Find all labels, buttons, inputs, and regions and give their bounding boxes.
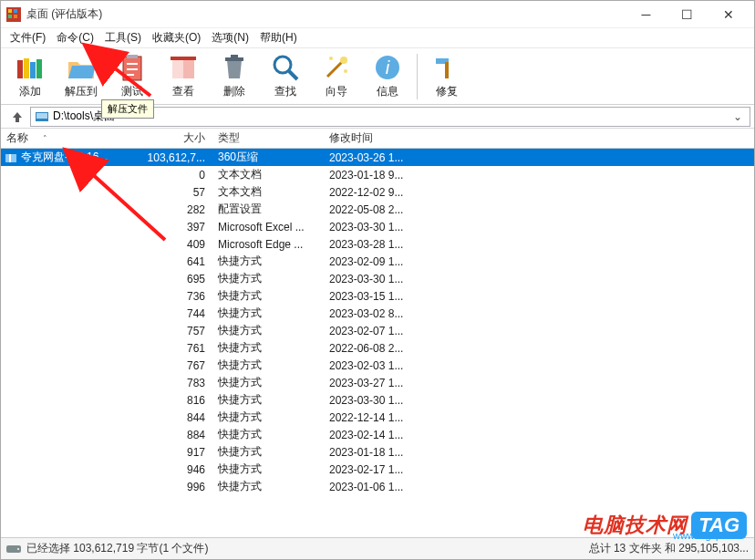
cell-size: 884 (147, 429, 211, 441)
view-button[interactable]: 查看 (158, 50, 209, 103)
wizard-button[interactable]: 向导 (311, 50, 362, 103)
status-right: 总计 13 文件夹 和 295,105,103... (589, 541, 749, 556)
header-name[interactable]: 名称˄ (1, 130, 147, 146)
svg-rect-3 (8, 15, 12, 18)
menu-tools[interactable]: 工具(S) (99, 28, 147, 47)
cell-name (1, 203, 147, 216)
menu-favorites[interactable]: 收藏夹(O) (147, 28, 206, 47)
extract-button[interactable]: 解压到 (56, 50, 107, 103)
file-row[interactable]: 397Microsoft Excel ...2023-03-30 1... (1, 218, 754, 235)
book-open-icon (169, 53, 198, 82)
header-size[interactable]: 大小 (147, 130, 211, 146)
cell-type: 快捷方式 (211, 461, 322, 477)
file-row[interactable]: 695快捷方式2023-03-30 1... (1, 270, 754, 287)
cell-name (1, 325, 147, 337)
file-row[interactable]: 946快捷方式2023-02-17 1... (1, 461, 754, 478)
file-row[interactable]: 744快捷方式2023-03-02 8... (1, 305, 754, 322)
file-row[interactable]: 409Microsoft Edge ...2023-03-28 1... (1, 235, 754, 253)
file-row[interactable]: 783快捷方式2023-03-27 1... (1, 374, 754, 391)
file-row[interactable]: 夸克网盘-1.0.16...103,612,7...360压缩2023-03-2… (1, 149, 754, 166)
sort-ascending-icon: ˄ (43, 134, 47, 143)
menu-help[interactable]: 帮助(H) (254, 28, 303, 47)
menu-file[interactable]: 文件(F) (5, 28, 51, 47)
add-button[interactable]: 添加 (5, 50, 56, 103)
toolbar-separator (417, 54, 418, 99)
svg-text:i: i (386, 57, 390, 78)
cell-name (1, 255, 147, 268)
cell-name (1, 169, 147, 181)
file-row[interactable]: 816快捷方式2023-03-30 1... (1, 391, 754, 409)
file-row[interactable]: 282配置设置2022-05-08 2... (1, 201, 754, 218)
cell-date: 2023-03-30 1... (322, 221, 431, 233)
up-button[interactable] (5, 107, 30, 127)
file-row[interactable]: 761快捷方式2022-06-08 2... (1, 339, 754, 357)
cell-date: 2023-03-02 8... (322, 307, 431, 320)
svg-point-29 (17, 548, 19, 550)
view-label: 查看 (172, 84, 194, 99)
file-list[interactable]: 夸克网盘-1.0.16...103,612,7...360压缩2023-03-2… (1, 149, 754, 537)
cell-type: 快捷方式 (211, 254, 322, 269)
cell-type: Microsoft Excel ... (211, 221, 322, 233)
cell-type: 快捷方式 (211, 323, 322, 338)
file-row[interactable]: 767快捷方式2023-02-03 1... (1, 357, 754, 374)
maximize-button[interactable]: ☐ (667, 2, 708, 27)
cell-date: 2022-12-02 9... (322, 186, 431, 199)
svg-rect-25 (36, 113, 47, 119)
cell-name (1, 290, 147, 303)
find-button[interactable]: 查找 (260, 50, 311, 103)
header-type[interactable]: 类型 (211, 130, 322, 146)
cell-name (1, 273, 147, 285)
cell-size: 695 (147, 273, 211, 285)
svg-rect-10 (127, 55, 138, 58)
file-row[interactable]: 884快捷方式2023-02-14 1... (1, 426, 754, 443)
up-arrow-icon (10, 109, 25, 124)
find-label: 查找 (274, 84, 296, 99)
file-row[interactable]: 844快捷方式2022-12-14 1... (1, 409, 754, 426)
cell-date: 2023-03-15 1... (322, 290, 431, 303)
cell-size: 917 (147, 446, 211, 459)
extract-label: 解压到 (65, 84, 98, 99)
cell-name (1, 221, 147, 233)
cell-type: 快捷方式 (211, 479, 322, 494)
svg-point-17 (340, 57, 347, 64)
file-row[interactable]: 757快捷方式2023-02-07 1... (1, 322, 754, 339)
test-button[interactable]: 测试 (107, 50, 158, 103)
close-button[interactable]: ✕ (708, 2, 749, 27)
svg-point-14 (274, 57, 291, 73)
file-row[interactable]: 641快捷方式2023-02-09 1... (1, 253, 754, 270)
cell-type: 快捷方式 (211, 340, 322, 356)
delete-button[interactable]: 删除 (209, 50, 260, 103)
svg-rect-4 (14, 15, 17, 18)
minimize-button[interactable]: ─ (626, 2, 667, 27)
cell-date: 2023-03-30 1... (322, 273, 431, 285)
hammer-icon (432, 53, 461, 82)
svg-rect-27 (9, 154, 11, 162)
cell-size: 641 (147, 255, 211, 268)
cell-date: 2022-12-14 1... (322, 411, 431, 424)
cell-type: 360压缩 (211, 150, 322, 165)
file-row[interactable]: 736快捷方式2023-03-15 1... (1, 287, 754, 305)
menu-command[interactable]: 命令(C) (51, 28, 99, 47)
svg-rect-12 (225, 57, 243, 61)
svg-rect-5 (17, 60, 23, 78)
info-label: 信息 (377, 84, 398, 99)
file-row[interactable]: 57文本文档2022-12-02 9... (1, 183, 754, 201)
header-date[interactable]: 修改时间 (322, 130, 431, 146)
disk-icon (6, 544, 21, 555)
cell-name (1, 429, 147, 441)
cell-type: 快捷方式 (211, 375, 322, 390)
repair-button[interactable]: 修复 (421, 50, 472, 103)
file-row[interactable]: 917快捷方式2023-01-18 1... (1, 443, 754, 461)
cell-type: 快捷方式 (211, 358, 322, 373)
cell-name (1, 411, 147, 424)
svg-line-15 (289, 71, 297, 79)
column-headers: 名称˄ 大小 类型 修改时间 (1, 129, 754, 149)
cell-name (1, 307, 147, 320)
file-row[interactable]: 0文本文档2023-01-18 9... (1, 166, 754, 183)
address-dropdown-icon[interactable]: ⌄ (729, 110, 746, 123)
cell-date: 2023-03-27 1... (322, 377, 431, 389)
menu-options[interactable]: 选项(N) (206, 28, 254, 47)
cell-date: 2023-03-26 1... (322, 151, 431, 164)
file-row[interactable]: 996快捷方式2023-01-06 1... (1, 478, 754, 495)
info-button[interactable]: i 信息 (362, 50, 413, 103)
